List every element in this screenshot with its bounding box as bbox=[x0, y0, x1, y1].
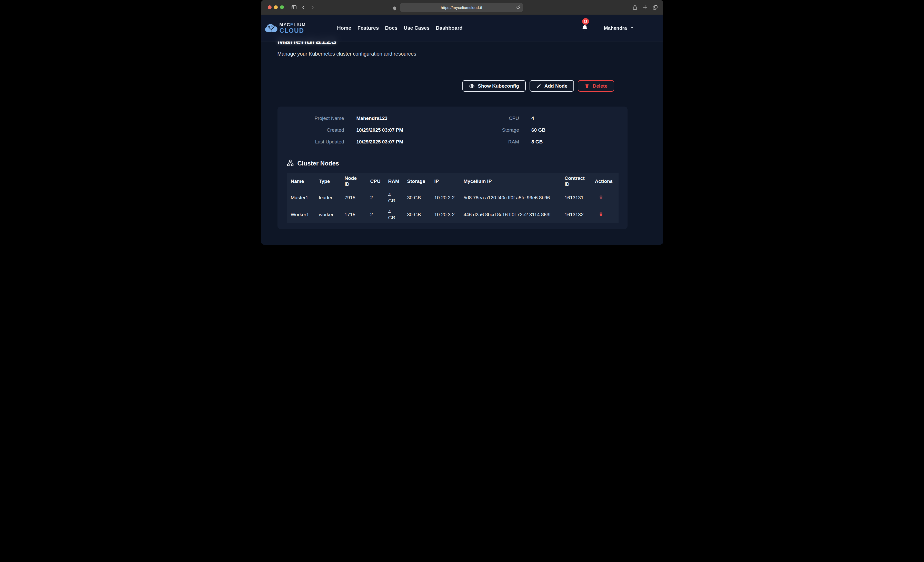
page-subtitle: Manage your Kubernetes cluster configura… bbox=[278, 50, 627, 57]
nav-link-dashboard[interactable]: Dashboard bbox=[436, 25, 462, 31]
info-label: CPU bbox=[452, 115, 519, 121]
delete-node-button[interactable] bbox=[598, 195, 603, 200]
show-kubeconfig-button[interactable]: Show Kubeconfig bbox=[462, 80, 525, 92]
minimize-window-button[interactable] bbox=[274, 5, 278, 9]
add-node-button[interactable]: Add Node bbox=[530, 80, 574, 92]
nav-link-use-cases[interactable]: Use Cases bbox=[404, 25, 429, 31]
window-controls bbox=[268, 5, 284, 9]
cluster-nodes-table: Name Type Node ID CPU RAM Storage IP Myc… bbox=[287, 173, 619, 223]
info-row-created: Created 10/29/2025 03:07 PM bbox=[287, 127, 453, 133]
delete-cluster-button[interactable]: Delete bbox=[578, 80, 614, 92]
col-header-contract-id: Contract ID bbox=[561, 173, 591, 189]
table-header-row: Name Type Node ID CPU RAM Storage IP Myc… bbox=[287, 173, 619, 189]
cell-ip: 10.20.2.2 bbox=[430, 189, 460, 206]
eye-icon bbox=[469, 83, 475, 89]
back-icon[interactable] bbox=[301, 5, 306, 10]
user-menu[interactable]: Mahendra bbox=[604, 25, 634, 31]
cluster-info-grid: Project Name Mahendra123 Created 10/29/2… bbox=[287, 115, 618, 145]
col-header-cpu: CPU bbox=[366, 173, 384, 189]
delete-node-button[interactable] bbox=[598, 212, 603, 217]
cell-cpu: 2 bbox=[366, 189, 384, 206]
cell-mycelium-ip: 5d8:78ea:a120:f40c:ff0f:a5fe:99e6:8b96 bbox=[460, 189, 561, 206]
cell-contract-id: 1613131 bbox=[561, 189, 591, 206]
col-header-ip: IP bbox=[430, 173, 460, 189]
col-header-node-id: Node ID bbox=[340, 173, 366, 189]
info-row-ram: RAM 8 GB bbox=[452, 139, 618, 145]
trash-icon bbox=[598, 195, 603, 200]
chevron-down-icon bbox=[630, 25, 634, 31]
reload-icon[interactable] bbox=[516, 5, 520, 10]
brand-wordmark: MYCELIUM CLOUD bbox=[279, 22, 306, 34]
table-row: Worker1 worker 1715 2 4 GB 30 GB 10.20.3… bbox=[287, 206, 619, 223]
cluster-details-card: Project Name Mahendra123 Created 10/29/2… bbox=[278, 106, 627, 229]
info-value: 60 GB bbox=[531, 127, 546, 133]
brand-logo[interactable]: MYCELIUM CLOUD bbox=[265, 22, 306, 34]
nav-link-docs[interactable]: Docs bbox=[385, 25, 398, 31]
info-row-storage: Storage 60 GB bbox=[452, 127, 618, 133]
info-label: RAM bbox=[452, 139, 519, 145]
info-label: Storage bbox=[452, 127, 519, 133]
notifications-bell-icon[interactable]: 11 bbox=[581, 24, 588, 32]
cell-storage: 30 GB bbox=[403, 206, 430, 223]
info-row-cpu: CPU 4 bbox=[452, 115, 618, 121]
new-tab-plus-icon[interactable] bbox=[642, 4, 648, 10]
info-value: 10/29/2025 03:07 PM bbox=[357, 127, 404, 133]
forward-icon[interactable] bbox=[310, 5, 315, 10]
cell-node-id: 1715 bbox=[340, 206, 366, 223]
col-header-mycelium-ip: Mycelium IP bbox=[460, 173, 561, 189]
fullscreen-window-button[interactable] bbox=[280, 5, 284, 9]
tab-overview-icon[interactable] bbox=[652, 4, 658, 10]
info-row-project-name: Project Name Mahendra123 bbox=[287, 115, 453, 121]
cell-node-id: 7915 bbox=[340, 189, 366, 206]
table-row: Master1 leader 7915 2 4 GB 30 GB 10.20.2… bbox=[287, 189, 619, 206]
info-value: 4 bbox=[531, 115, 534, 121]
browser-toolbar: https://myceliumcloud.tf bbox=[261, 0, 663, 15]
address-bar[interactable]: https://myceliumcloud.tf bbox=[400, 3, 523, 12]
sidebar-toggle-icon[interactable] bbox=[291, 4, 297, 10]
brand-line-mycelium: MYCELIUM bbox=[279, 22, 306, 27]
cell-mycelium-ip: 446:d2a6:8bcd:8c16:ff0f:72e2:3114:863f bbox=[460, 206, 561, 223]
info-value: Mahendra123 bbox=[357, 115, 387, 121]
nav-link-home[interactable]: Home bbox=[337, 25, 351, 31]
info-value: 10/29/2025 03:07 PM bbox=[357, 139, 404, 145]
cell-ip: 10.20.3.2 bbox=[430, 206, 460, 223]
cell-ram: 4 GB bbox=[384, 206, 403, 223]
cell-storage: 30 GB bbox=[403, 189, 430, 206]
close-window-button[interactable] bbox=[268, 5, 272, 9]
navbar-right: 11 Mahendra bbox=[581, 24, 634, 32]
col-header-name: Name bbox=[287, 173, 315, 189]
mycelium-cloud-logo-icon bbox=[265, 22, 278, 34]
info-label: Project Name bbox=[287, 115, 344, 121]
info-row-last-updated: Last Updated 10/29/2025 03:07 PM bbox=[287, 139, 453, 145]
cell-cpu: 2 bbox=[366, 206, 384, 223]
cluster-actions-row: Show Kubeconfig Add Node bbox=[278, 80, 627, 92]
col-header-actions: Actions bbox=[591, 173, 619, 189]
browser-window: https://myceliumcloud.tf bbox=[261, 0, 663, 245]
cell-type: worker bbox=[315, 206, 340, 223]
cluster-nodes-title: Cluster Nodes bbox=[297, 160, 339, 167]
share-icon[interactable] bbox=[632, 4, 638, 10]
screen: https://myceliumcloud.tf bbox=[261, 0, 663, 245]
page-title: Mahendra123 bbox=[278, 42, 627, 47]
info-label: Created bbox=[287, 127, 344, 133]
info-label: Last Updated bbox=[287, 139, 344, 145]
info-value: 8 GB bbox=[531, 139, 543, 145]
col-header-type: Type bbox=[315, 173, 340, 189]
user-name: Mahendra bbox=[604, 25, 627, 31]
web-page: Mahendra123 MYCELIUM CLOUD bbox=[261, 15, 663, 245]
cell-contract-id: 1613132 bbox=[561, 206, 591, 223]
nav-links: Home Features Docs Use Cases Dashboard bbox=[337, 25, 463, 31]
nav-link-features[interactable]: Features bbox=[357, 25, 379, 31]
brand-line-cloud: CLOUD bbox=[279, 27, 306, 34]
cell-type: leader bbox=[315, 189, 340, 206]
trash-icon bbox=[585, 84, 590, 89]
site-navbar: MYCELIUM CLOUD Home Features Docs Use Ca… bbox=[261, 15, 663, 42]
address-bar-url: https://myceliumcloud.tf bbox=[441, 5, 482, 10]
network-nodes-icon bbox=[287, 159, 294, 167]
privacy-shield-icon bbox=[392, 6, 397, 11]
cluster-nodes-header: Cluster Nodes bbox=[287, 159, 618, 167]
cell-ram: 4 GB bbox=[384, 189, 403, 206]
cell-name: Worker1 bbox=[287, 206, 315, 223]
page-content: Mahendra123 Manage your Kubernetes clust… bbox=[261, 42, 663, 245]
trash-icon bbox=[598, 212, 603, 217]
